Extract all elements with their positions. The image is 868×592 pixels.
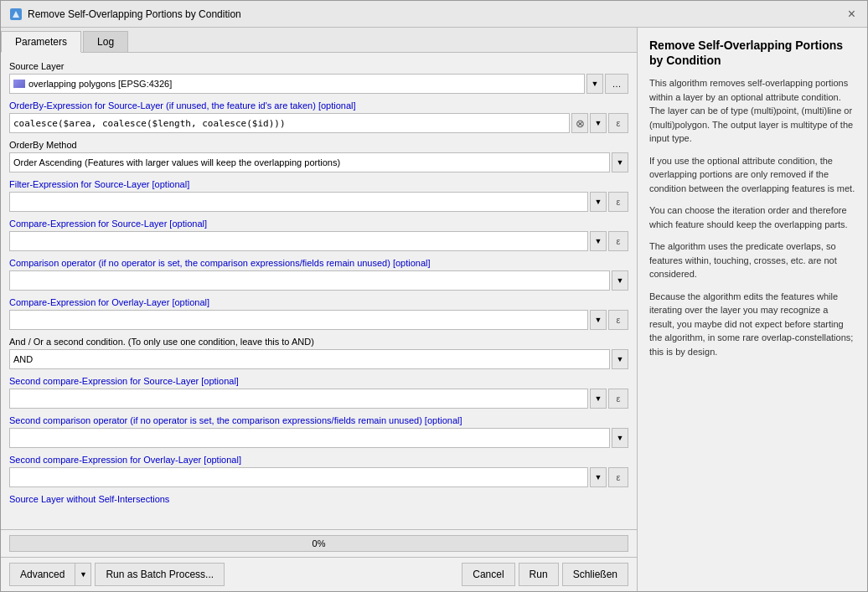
second-compare-source-edit-btn[interactable]: ε (608, 389, 628, 409)
compare-expr-overlay-group: Compare-Expression for Overlay-Layer [op… (9, 297, 628, 330)
help-title: Remove Self-Overlapping Portions by Cond… (649, 38, 855, 68)
help-paragraph-2: If you use the optional attribute condit… (649, 154, 855, 196)
compare-expr-overlay-label: Compare-Expression for Overlay-Layer [op… (9, 297, 628, 307)
comparison-op-group: Comparison operator (if no operator is s… (9, 258, 628, 291)
help-paragraph-4: The algorithm uses the predicate overlap… (649, 239, 855, 281)
source-layer-select[interactable]: overlapping polygons [EPSG:4326] (9, 74, 585, 94)
orderby-expr-label: OrderBy-Expression for Source-Layer (if … (9, 100, 628, 111)
compare-expr-overlay-dropdown-btn[interactable]: ▼ (590, 310, 607, 330)
compare-expr-source-group: Compare-Expression for Source-Layer [opt… (9, 219, 628, 251)
run-button[interactable]: Run (519, 563, 559, 586)
and-or-value: AND (13, 354, 33, 364)
help-paragraph-3: You can choose the iteration order and t… (649, 203, 855, 231)
source-layer-browse-btn[interactable]: … (605, 74, 628, 94)
second-compare-overlay-edit-btn[interactable]: ε (608, 467, 628, 487)
orderby-method-label: OrderBy Method (9, 140, 628, 150)
comparison-op-select[interactable] (9, 270, 610, 291)
app-icon (9, 8, 23, 21)
compare-expr-overlay-edit-btn[interactable]: ε (608, 310, 628, 330)
advanced-dropdown-btn[interactable]: ▼ (75, 563, 91, 586)
compare-expr-source-input[interactable] (9, 231, 588, 251)
cancel-button[interactable]: Cancel (462, 563, 514, 586)
progress-area: 0% (1, 529, 637, 557)
and-or-row: AND ▼ (9, 349, 628, 369)
and-or-label: And / Or a second condition. (To only us… (9, 337, 628, 347)
second-comparison-op-group: Second comparison operator (if no operat… (9, 415, 628, 448)
orderby-method-dropdown-btn[interactable]: ▼ (612, 152, 628, 172)
comparison-op-label: Comparison operator (if no operator is s… (9, 258, 628, 268)
second-compare-overlay-label: Second compare-Expression for Overlay-La… (9, 455, 628, 465)
left-panel: Parameters Log Source Layer overlapping … (1, 28, 638, 591)
compare-expr-source-dropdown-btn[interactable]: ▼ (590, 231, 607, 251)
second-compare-source-input[interactable] (9, 389, 588, 409)
second-comparison-op-row: ▼ (9, 428, 628, 448)
second-compare-source-group: Second compare-Expression for Source-Lay… (9, 376, 628, 409)
second-compare-overlay-row: ▼ ε (9, 467, 628, 487)
compare-expr-source-row: ▼ ε (9, 231, 628, 251)
orderby-method-select[interactable]: Order Ascending (Features with larger va… (9, 152, 610, 172)
second-compare-source-label: Second compare-Expression for Source-Lay… (9, 376, 628, 386)
bottom-left: Advanced ▼ Run as Batch Process... (9, 563, 225, 586)
tab-log[interactable]: Log (83, 31, 128, 52)
filter-expr-input[interactable] (9, 192, 588, 212)
orderby-expr-edit-btn[interactable]: ε (608, 113, 628, 133)
output-layer-group: Source Layer without Self-Intersections (9, 494, 628, 504)
compare-expr-overlay-row: ▼ ε (9, 310, 628, 330)
advanced-split-button: Advanced ▼ (9, 563, 91, 586)
title-bar-left: Remove Self-Overlapping Portions by Cond… (9, 8, 241, 21)
layer-icon (13, 80, 25, 88)
main-window: Remove Self-Overlapping Portions by Cond… (0, 0, 868, 592)
tab-parameters[interactable]: Parameters (1, 31, 81, 53)
window-close-button[interactable]: × (845, 8, 859, 21)
second-compare-overlay-input[interactable] (9, 467, 588, 487)
source-layer-dropdown-btn[interactable]: ▼ (586, 74, 603, 94)
filter-expr-row: ▼ ε (9, 192, 628, 212)
filter-expr-label: Filter-Expression for Source-Layer [opti… (9, 179, 628, 189)
tabs: Parameters Log (1, 28, 637, 53)
right-panel: Remove Self-Overlapping Portions by Cond… (638, 28, 867, 591)
help-paragraph-1: This algorithm removes self-overlapping … (649, 76, 855, 146)
second-comparison-op-label: Second comparison operator (if no operat… (9, 415, 628, 425)
main-content: Parameters Log Source Layer overlapping … (1, 28, 867, 591)
bottom-right: Cancel Run Schließen (462, 563, 628, 586)
compare-expr-overlay-input[interactable] (9, 310, 588, 330)
second-comparison-op-dropdown-btn[interactable]: ▼ (612, 428, 628, 448)
close-button[interactable]: Schließen (562, 563, 628, 586)
orderby-expr-clear-btn[interactable]: ⊗ (571, 113, 588, 133)
progress-text: 0% (313, 538, 326, 548)
and-or-dropdown-btn[interactable]: ▼ (612, 349, 628, 369)
output-layer-label: Source Layer without Self-Intersections (9, 494, 628, 504)
bottom-bar: Advanced ▼ Run as Batch Process... Cance… (1, 557, 637, 591)
batch-process-button[interactable]: Run as Batch Process... (95, 563, 225, 586)
second-compare-overlay-dropdown-btn[interactable]: ▼ (590, 467, 607, 487)
window-title: Remove Self-Overlapping Portions by Cond… (28, 8, 241, 20)
source-layer-value: overlapping polygons [EPSG:4326] (28, 79, 172, 89)
second-comparison-op-select[interactable] (9, 428, 610, 448)
filter-expr-edit-btn[interactable]: ε (608, 192, 628, 212)
filter-expr-dropdown-btn[interactable]: ▼ (590, 192, 607, 212)
and-or-group: And / Or a second condition. (To only us… (9, 337, 628, 369)
title-bar: Remove Self-Overlapping Portions by Cond… (1, 1, 867, 28)
orderby-expr-input[interactable] (9, 113, 570, 133)
orderby-method-value: Order Ascending (Features with larger va… (13, 157, 340, 167)
and-or-select[interactable]: AND (9, 349, 610, 369)
comparison-op-row: ▼ (9, 270, 628, 291)
orderby-expr-group: OrderBy-Expression for Source-Layer (if … (9, 100, 628, 133)
comparison-op-dropdown-btn[interactable]: ▼ (612, 270, 628, 291)
source-layer-row: overlapping polygons [EPSG:4326] ▼ … (9, 74, 628, 94)
source-layer-group: Source Layer overlapping polygons [EPSG:… (9, 61, 628, 94)
compare-expr-source-edit-btn[interactable]: ε (608, 231, 628, 251)
orderby-expr-row: ⊗ ▼ ε (9, 113, 628, 133)
form-area: Source Layer overlapping polygons [EPSG:… (1, 53, 637, 529)
advanced-button[interactable]: Advanced (9, 563, 75, 586)
filter-expr-group: Filter-Expression for Source-Layer [opti… (9, 179, 628, 212)
second-compare-overlay-group: Second compare-Expression for Overlay-La… (9, 455, 628, 487)
orderby-method-group: OrderBy Method Order Ascending (Features… (9, 140, 628, 172)
compare-expr-source-label: Compare-Expression for Source-Layer [opt… (9, 219, 628, 229)
help-paragraph-5: Because the algorithm edits the features… (649, 290, 855, 359)
source-layer-label: Source Layer (9, 61, 628, 71)
second-compare-source-row: ▼ ε (9, 389, 628, 409)
orderby-method-row: Order Ascending (Features with larger va… (9, 152, 628, 172)
second-compare-source-dropdown-btn[interactable]: ▼ (590, 389, 607, 409)
orderby-expr-dropdown-btn[interactable]: ▼ (590, 113, 607, 133)
